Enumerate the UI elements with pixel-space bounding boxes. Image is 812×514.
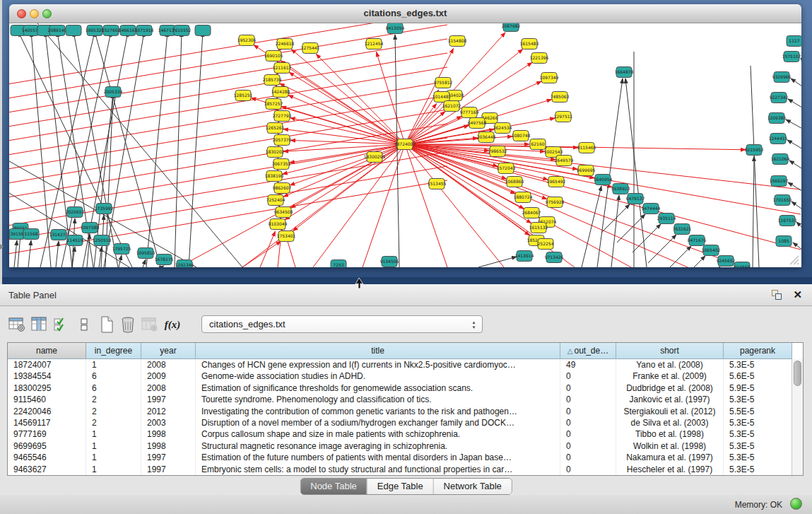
table-row[interactable]: 1872400712008Changes of HCN gene express… <box>8 359 792 370</box>
graph-edge <box>285 144 405 220</box>
table-cell: Estimation of significance thresholds fo… <box>196 382 560 394</box>
column-header-title[interactable]: title <box>196 343 560 359</box>
graph-node-label: 9245652 <box>717 258 736 263</box>
table-selector-dropdown[interactable]: citations_edges.txt ▲▼ <box>201 315 483 333</box>
table-column-icon[interactable] <box>30 314 49 335</box>
node-table: namein_degreeyeartitle△out_de…shortpager… <box>7 342 804 476</box>
graph-node-label: 8471676 <box>688 238 707 243</box>
table-row[interactable]: 1456911722003Disruption of a novel membe… <box>8 417 792 428</box>
graph-node[interactable] <box>66 25 81 36</box>
table-cell: 0 <box>560 428 616 440</box>
resize-grip-icon[interactable] <box>788 254 799 265</box>
cytoscape-desktop: citations_edges.txt 14055722089140106532… <box>0 0 812 284</box>
graph-node-label: 8413054 <box>386 25 405 30</box>
table-cell: Hescheler et al. (1997) <box>616 464 724 475</box>
panel-collapse-handle[interactable] <box>0 244 4 250</box>
graph-edge <box>14 240 17 267</box>
close-panel-icon[interactable]: ✕ <box>793 288 802 301</box>
table-panel-header: Table Panel ✕ <box>0 284 812 306</box>
citation-network-graph[interactable]: 1405572208914010653281527602646616110719… <box>9 23 801 267</box>
graph-node-label: 1735992 <box>95 206 114 211</box>
column-header-year[interactable]: year <box>141 343 196 359</box>
new-file-icon[interactable] <box>97 314 117 335</box>
graph-node-label: 1080748 <box>512 133 531 138</box>
graph-edge <box>260 231 275 267</box>
graph-edge <box>478 257 517 267</box>
graph-node-label: 2727793 <box>273 113 292 118</box>
graph-node-label: 2020657 <box>66 209 85 214</box>
table-cell: Dudbridge et al. (2008) <box>616 382 724 394</box>
table-cell: 1 <box>86 440 141 452</box>
table-toolbar: f(x) citations_edges.txt ▲▼ <box>7 311 805 339</box>
column-header-name[interactable]: name <box>8 343 86 359</box>
column-header-pagerank[interactable]: pagerank <box>724 343 792 359</box>
graph-edge <box>611 195 619 267</box>
graph-node-label: 9474444 <box>642 206 661 211</box>
tab-network-table[interactable]: Network Table <box>434 479 512 494</box>
table-row[interactable]: 1938455462009Genome-wide association stu… <box>8 370 792 382</box>
rows-icon[interactable] <box>74 314 94 335</box>
graph-node[interactable] <box>195 25 211 36</box>
table-cell: 9777169 <box>8 428 86 440</box>
column-header-in_degree[interactable]: in_degree <box>86 343 141 359</box>
graph-node-label: 7986532 <box>488 148 507 153</box>
graph-node-label: 1572043 <box>497 165 516 170</box>
table-cell: Nakamura et al. (1997) <box>616 452 724 463</box>
table-cell: 2008 <box>141 382 196 394</box>
table-row[interactable]: 946362711997Embryonic stem cells: a mode… <box>8 464 792 475</box>
window-title: citations_edges.txt <box>9 8 801 18</box>
table-row[interactable]: 911546021997Tourette syndrome. Phenomeno… <box>8 394 792 405</box>
graph-node-label: 1513455 <box>428 181 447 186</box>
table-row[interactable]: 2242004622012Investigating the contribut… <box>8 406 792 417</box>
combo-arrows-icon: ▲▼ <box>471 319 477 331</box>
table-tabs: Node TableEdge TableNetwork Table <box>300 478 512 495</box>
table-cell: Investigating the contribution of common… <box>196 406 560 417</box>
table-cell: 9465546 <box>8 452 86 463</box>
table-row[interactable]: 969969511998Structural magnetic resonanc… <box>8 440 792 452</box>
column-header-out_de[interactable]: △out_de… <box>560 343 616 359</box>
table-cell: Franke et al. (2009) <box>616 370 724 382</box>
table-cell: 5.3E-5 <box>724 359 792 370</box>
table-row[interactable]: 1830029562008Estimation of significance … <box>8 382 792 394</box>
network-window-titlebar[interactable]: citations_edges.txt <box>9 4 801 23</box>
table-cell: 1997 <box>141 394 196 405</box>
tab-node-table[interactable]: Node Table <box>300 479 367 494</box>
tab-edge-table[interactable]: Edge Table <box>367 479 434 494</box>
graph-edge <box>293 144 405 231</box>
table-cell: 5.3E-5 <box>724 394 792 405</box>
function-builder-icon[interactable]: f(x) <box>163 314 182 335</box>
graph-node-label: 924565 <box>734 264 751 268</box>
table-cell: Wolkin et al. (1998) <box>616 440 724 452</box>
table-cell: 19384554 <box>8 370 86 382</box>
trash-icon[interactable] <box>118 314 138 335</box>
graph-edge <box>283 144 405 197</box>
table-cell: 0 <box>560 382 616 394</box>
table-cell: Changes of HCN gene expression and I(f) … <box>196 359 560 370</box>
table-scrollbar[interactable] <box>792 359 803 475</box>
graph-node-label: 9115460 <box>577 145 596 150</box>
network-window[interactable]: citations_edges.txt 14055722089140106532… <box>9 4 801 267</box>
graph-node-label: 1117 <box>789 38 799 43</box>
graph-edge <box>9 39 447 115</box>
graph-edge <box>9 67 447 143</box>
table-row[interactable]: 977716911998Corpus callosum shape and si… <box>8 428 792 440</box>
network-canvas[interactable]: 1405572208914010653281527602646616110719… <box>9 23 801 267</box>
graph-node-label: 1857257 <box>264 101 283 106</box>
table-cell: 2008 <box>141 359 196 370</box>
graph-node-label: 1413614 <box>515 253 534 258</box>
table-row[interactable]: 946554611997Estimation of the future num… <box>8 452 792 463</box>
table-cell: de Silva et al. (2003) <box>616 417 724 428</box>
float-panel-icon[interactable] <box>772 290 782 300</box>
table-cell: Tourette syndrome. Phenomenology and cla… <box>196 394 560 405</box>
graph-node-label: 9134506 <box>380 259 399 264</box>
table-cell: 0 <box>560 464 616 475</box>
memory-status-indicator[interactable] <box>790 498 802 510</box>
scrollbar-thumb[interactable] <box>794 361 801 386</box>
table-settings-icon[interactable] <box>7 314 27 335</box>
graph-edge <box>291 49 405 144</box>
graph-node-label: 1014487 <box>433 94 452 99</box>
select-rows-icon[interactable] <box>52 314 71 335</box>
graph-node-label: 7615552 <box>172 28 192 33</box>
desktop-edge <box>0 277 812 284</box>
column-header-short[interactable]: short <box>616 343 724 359</box>
